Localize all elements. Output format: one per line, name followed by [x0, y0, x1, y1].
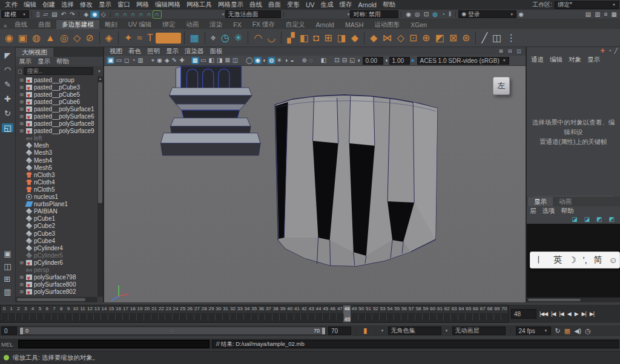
frame-tick-56[interactable]: 56 [401, 305, 408, 322]
current-frame-field[interactable]: 48 [511, 309, 536, 319]
animation-preferences-icon[interactable]: ▦ [562, 327, 572, 335]
layer-editor-tab[interactable]: 动画 [553, 197, 578, 206]
snap-view-plane-icon[interactable]: ∩ [145, 11, 153, 18]
frame-tick-64[interactable]: 64 [458, 305, 465, 322]
frame-tick-58[interactable]: 58 [415, 305, 422, 322]
curve-to-poly-icon[interactable]: ≈ [134, 33, 145, 44]
boolean-icon[interactable]: ◨ [335, 33, 349, 44]
uv-cut-icon[interactable]: ◫ [490, 33, 504, 44]
frame-tick-55[interactable]: 55 [394, 305, 401, 322]
outliner-item[interactable]: nucleus1 [16, 193, 97, 201]
circularize-icon[interactable]: ◠ [251, 33, 265, 44]
frame-tick-53[interactable]: 53 [379, 305, 386, 322]
menu-item[interactable]: 变形 [284, 0, 303, 10]
menu-item[interactable]: 修改 [77, 0, 96, 10]
frame-tick-8[interactable]: 8 [58, 305, 65, 322]
layer-list-area[interactable]: 丨 英☽’,简☺⚙ [527, 224, 620, 297]
quad-draw-icon[interactable]: ◩ [433, 33, 447, 44]
display-layer-icon[interactable]: ◍ [430, 11, 440, 18]
frame-tick-11[interactable]: 11 [79, 305, 87, 322]
frame-tick-51[interactable]: 51 [365, 305, 372, 322]
menu-item[interactable]: 窗口 [114, 0, 133, 10]
frame-tick-59[interactable]: 59 [422, 305, 429, 322]
frame-tick-0[interactable]: 0 [1, 305, 8, 322]
frame-tick-52[interactable]: 52 [372, 305, 379, 322]
chevron-down-icon[interactable]: ▼ [95, 70, 101, 73]
step-forward-key-button[interactable]: ▶| [581, 311, 587, 317]
outliner-item[interactable]: ⊞pasted__polySurface1 [16, 105, 97, 112]
layer-editor-menu-item[interactable]: 层 [527, 206, 539, 215]
outliner-tab[interactable]: 大纲视图 [16, 48, 53, 57]
command-language-label[interactable]: MEL [1, 341, 16, 348]
lasso-tool-icon[interactable]: ◠ [2, 65, 13, 74]
camera-attributes-icon[interactable]: ⌖ [150, 57, 156, 64]
scroll-up-icon[interactable]: ▲ [99, 76, 102, 81]
shelf-tab[interactable]: FX 缓存 [247, 20, 280, 29]
command-input[interactable] [18, 340, 209, 348]
step-back-key-button[interactable]: |◀ [558, 311, 564, 317]
frame-tick-54[interactable]: 54 [386, 305, 394, 322]
frame-tick-37[interactable]: 37 [265, 305, 272, 322]
channel-box-menu-item[interactable]: 通道 [528, 55, 547, 64]
outliner-item[interactable]: Mesh3 [16, 149, 97, 157]
exposure-field[interactable]: 0.00 [363, 57, 383, 65]
sweep-mesh-icon[interactable]: ✦ [122, 33, 134, 44]
undo-icon[interactable]: ↶ [59, 11, 68, 18]
shelf-tab[interactable]: 动画 [180, 20, 204, 29]
frame-tick-19[interactable]: 19 [136, 305, 143, 322]
outliner-item[interactable]: ⊞pasted__pCube3 [16, 83, 97, 91]
frame-tick-7[interactable]: 7 [51, 305, 58, 322]
image-plane-icon[interactable]: ◈ [163, 57, 171, 64]
viewport-menu-item[interactable]: 照明 [144, 47, 163, 56]
layer-editor-menu-item[interactable]: 选项 [539, 206, 558, 215]
modeling-toolkit-toggle-icon[interactable]: ▤ [584, 11, 593, 18]
key-graph-icon[interactable]: ╱ [614, 48, 618, 54]
manipulator-icon[interactable]: ✚ [600, 48, 606, 54]
gate-mask-icon[interactable]: ◔ [130, 57, 136, 64]
frame-tick-65[interactable]: 65 [465, 305, 472, 322]
speed-slider-icon[interactable]: ◔ [607, 48, 612, 54]
menu-item[interactable]: 缓存 [337, 0, 355, 10]
frame-tick-60[interactable]: 60 [429, 305, 437, 322]
select-hierarchy-icon[interactable]: ◈ [82, 11, 90, 18]
xray-icon[interactable]: ◧ [207, 57, 215, 64]
expand-icon[interactable]: ⊞ [19, 85, 24, 90]
frame-tick-39[interactable]: 39 [279, 305, 286, 322]
attribute-editor-toggle-icon[interactable]: ▥ [593, 11, 602, 18]
motion-blur-icon[interactable]: ⊚ [300, 57, 308, 64]
frame-tick-35[interactable]: 35 [251, 305, 258, 322]
frame-tick-33[interactable]: 33 [236, 305, 243, 322]
poly-disc-icon[interactable]: ⊘ [83, 33, 96, 44]
separate-icon[interactable]: ◧ [297, 33, 311, 44]
extrude-icon[interactable]: ◆ [368, 33, 380, 44]
round-edges-icon[interactable]: ◡ [265, 33, 278, 44]
chevron-down-icon[interactable]: ▼ [380, 329, 386, 333]
pillar-model[interactable] [160, 66, 260, 155]
chevron-down-icon[interactable]: ▼ [444, 329, 450, 333]
frame-tick-10[interactable]: 10 [72, 305, 79, 322]
outliner-item[interactable]: Mesh4 [16, 157, 97, 164]
frame-tick-17[interactable]: 17 [122, 305, 130, 322]
viewport-select-icon[interactable]: ▣ [107, 57, 114, 64]
viewport-menu-item[interactable]: 显示 [163, 47, 182, 56]
frame-tick-69[interactable]: 69 [493, 305, 501, 322]
viewport-menu-item[interactable]: 渲染器 [182, 47, 207, 56]
cached-playback-icon[interactable]: ◷ [583, 327, 593, 335]
selection-highlight-icon[interactable]: ⊠ [223, 57, 231, 64]
two-sided-lighting-icon[interactable]: ◫ [231, 57, 239, 64]
render-current-frame-icon[interactable]: ◉ [404, 11, 413, 18]
menu-item[interactable]: 选择 [58, 0, 77, 10]
outliner-menu-item[interactable]: 展示 [16, 57, 35, 66]
step-back-frame-button[interactable]: |◀ [550, 311, 556, 317]
outliner-item[interactable]: ⊞pasted__pCube5 [16, 91, 97, 98]
menu-item[interactable]: 曲线 [246, 0, 265, 10]
menu-item[interactable]: 网格显示 [215, 0, 246, 10]
menu-item[interactable]: Arnold [355, 0, 380, 10]
layer-editor-tab[interactable]: 显示 [528, 197, 553, 206]
frame-tick-29[interactable]: 29 [208, 305, 215, 322]
film-gate-mask-icon[interactable]: ▭ [199, 57, 207, 64]
frame-tick-67[interactable]: 67 [479, 305, 486, 322]
frame-tick-44[interactable]: 44 [315, 305, 322, 322]
snap-curve-icon[interactable]: ∩ [121, 11, 129, 18]
soft-select-icon[interactable]: ⊛ [460, 33, 472, 44]
